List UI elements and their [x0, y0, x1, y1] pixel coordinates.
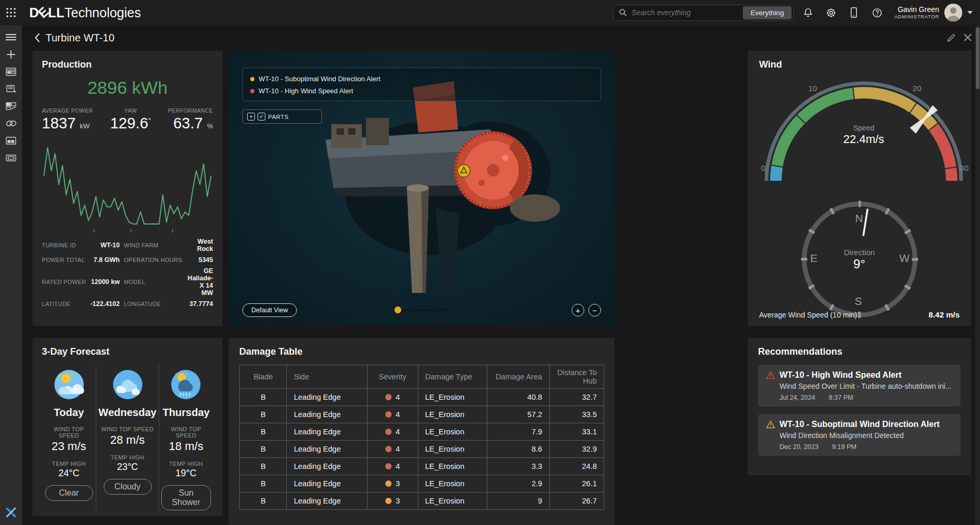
- gauge-tick-30: 30: [960, 163, 968, 172]
- gauge-label: Speed: [759, 124, 968, 132]
- search-input[interactable]: [627, 8, 741, 17]
- wind-speed-gauge: 0 10 20 30 Speed 22.4m/s: [759, 75, 968, 184]
- condition-pill[interactable]: Clear: [45, 485, 93, 501]
- mobile-device-icon[interactable]: [845, 4, 863, 21]
- back-chevron-icon[interactable]: [35, 33, 40, 42]
- menu-icon[interactable]: [0, 28, 22, 46]
- wind-title: Wind: [759, 59, 960, 70]
- turbine-3d-viewer[interactable]: WT-10 - Suboptimal Wind Direction Alert …: [229, 51, 615, 326]
- table-row[interactable]: B Leading Edge 4 LE_Erosion 57.2 33.5: [240, 406, 604, 423]
- search-scope-button[interactable]: Everything: [743, 6, 792, 19]
- table-row[interactable]: B Leading Edge 4 LE_Erosion 40.8 32.7: [240, 389, 604, 406]
- col-severity[interactable]: Severity: [367, 365, 418, 389]
- window-scrollbar[interactable]: [975, 25, 980, 525]
- col-damage-type[interactable]: Damage Type: [418, 365, 487, 389]
- severity-dot: [385, 463, 392, 469]
- compass-label: Direction: [794, 248, 926, 257]
- table-header-row: Blade Side Severity Damage Type Damage A…: [240, 365, 604, 389]
- page-header: Turbine WT-10: [22, 25, 980, 50]
- table-row[interactable]: B Leading Edge 4 LE_Erosion 8.6 32.9: [240, 441, 604, 458]
- page-title: Turbine WT-10: [46, 32, 115, 44]
- viewer-zoom-slider[interactable]: [394, 307, 449, 314]
- settings-gear-icon[interactable]: [822, 4, 840, 21]
- gauge-tick-0: 0: [761, 163, 765, 172]
- recommendation-item[interactable]: WT-10 - High Wind Speed Alert Wind Speed…: [758, 365, 961, 407]
- recommendations-title: Recommendations: [758, 346, 961, 357]
- forecast-day-thursday: Thursday WIND TOP SPEED 18 m/s TEMP HIGH…: [159, 365, 213, 510]
- turbine-details: TURBINE IDWT-10 WIND FARMWest Rock POWER…: [42, 238, 213, 308]
- alert-severity-dot: [250, 77, 254, 81]
- layout-widget-icon[interactable]: [0, 97, 22, 115]
- add-widget-icon[interactable]: [0, 46, 22, 63]
- parts-add-icon[interactable]: +: [247, 113, 255, 121]
- app-grid-icon[interactable]: [0, 7, 22, 18]
- hub-mount: [510, 194, 560, 222]
- wind-panel: Wind 0 10 20 30 Speed 22.4m/s N E W S Di…: [748, 51, 971, 326]
- severity-dot: [385, 411, 392, 418]
- recommendation-date: Jul 24, 2024: [779, 394, 815, 401]
- edit-pencil-icon[interactable]: [946, 34, 955, 42]
- close-icon[interactable]: [964, 34, 972, 42]
- warning-triangle-icon: [766, 420, 775, 429]
- production-total: 2896 kWh: [42, 78, 213, 98]
- damage-table: Blade Side Severity Damage Type Damage A…: [239, 365, 604, 510]
- gauge-value: 22.4m/s: [759, 133, 968, 146]
- notifications-bell-icon[interactable]: [799, 4, 817, 21]
- table-row[interactable]: B Leading Edge 4 LE_Erosion 3.3 24.8: [240, 458, 604, 475]
- forecast-day-today: Today WIND TOP SPEED 23 m/s TEMP HIGH 24…: [42, 365, 96, 510]
- user-menu-caret-icon[interactable]: [967, 11, 973, 14]
- search-bar: Everything: [613, 5, 794, 21]
- forecast-panel: 3-Day Forecast Today WIND TOP SPEED 23 m…: [32, 338, 222, 516]
- recommendation-time: 9:19 PM: [832, 443, 856, 451]
- link-icon[interactable]: [0, 115, 22, 132]
- user-avatar[interactable]: [944, 4, 962, 21]
- average-wind-speed-row: Average Wind Speed (10 min) 8.42 m/s: [759, 310, 960, 319]
- wind-direction-compass: N E W S Direction 9°: [794, 193, 926, 325]
- production-panel: Production 2896 kWh AVERAGE POWER 1837 k…: [32, 51, 222, 326]
- condition-pill[interactable]: Cloudy: [104, 479, 152, 495]
- card-widget-icon[interactable]: [0, 149, 22, 167]
- viewer-alert[interactable]: WT-10 - High Wind Speed Alert: [250, 85, 593, 97]
- recommendation-date: Dec 20, 2023: [779, 443, 818, 451]
- stat-yaw: YAW 129.6°: [110, 107, 151, 132]
- cloudy-icon: [111, 368, 144, 401]
- search-icon: [619, 8, 627, 17]
- recommendation-time: 9:37 PM: [829, 394, 853, 401]
- user-info: Gavin Green ADMINISTRATOR: [894, 5, 939, 19]
- severity-dot: [385, 498, 392, 504]
- production-title: Production: [42, 59, 213, 70]
- parts-check-icon[interactable]: ✓: [258, 113, 265, 121]
- panel-widget-icon[interactable]: [0, 132, 22, 149]
- default-view-button[interactable]: Default View: [242, 303, 297, 317]
- col-side[interactable]: Side: [287, 365, 367, 389]
- compass-needle: [863, 209, 867, 236]
- help-icon[interactable]: [868, 4, 886, 21]
- condition-pill[interactable]: Sun Shower: [161, 485, 211, 510]
- severity-dot: [385, 446, 392, 452]
- forecast-day-wednesday: Wednesday WIND TOP SPEED 28 m/s TEMP HIG…: [96, 365, 159, 510]
- dell-technologies-logo: DELL Technologies: [29, 5, 141, 20]
- recommendation-item[interactable]: WT-10 - Suboptimal Wind Direction Alert …: [758, 414, 961, 456]
- parts-toggle[interactable]: + ✓ PARTS: [242, 110, 322, 124]
- col-blade[interactable]: Blade: [240, 365, 287, 389]
- viewer-alert[interactable]: WT-10 - Suboptimal Wind Direction Alert: [250, 73, 593, 85]
- forecast-title: 3-Day Forecast: [42, 346, 213, 357]
- report-widget-icon[interactable]: [0, 80, 22, 97]
- table-row[interactable]: B Leading Edge 4 LE_Erosion 7.9 33.1: [240, 423, 604, 441]
- table-row[interactable]: B Leading Edge 3 LE_Erosion 9 26.7: [240, 493, 604, 510]
- table-row[interactable]: B Leading Edge 3 LE_Erosion 2.9 26.1: [240, 475, 604, 493]
- cardinal-s: S: [855, 295, 862, 308]
- scrollbar-thumb[interactable]: [976, 27, 979, 89]
- zoom-in-button[interactable]: +: [572, 304, 584, 316]
- col-distance-to-hub[interactable]: Distance To Hub: [549, 365, 604, 389]
- brand-x-logo[interactable]: [0, 504, 22, 521]
- compass-value: 9°: [794, 257, 926, 271]
- slider-thumb[interactable]: [394, 307, 401, 313]
- viewer-alert-list: WT-10 - Suboptimal Wind Direction Alert …: [242, 68, 601, 101]
- alert-severity-dot: [250, 89, 254, 93]
- severity-dot: [385, 394, 392, 400]
- dashboard-widget-icon[interactable]: [0, 63, 22, 80]
- zoom-out-button[interactable]: −: [588, 304, 601, 316]
- user-role: ADMINISTRATOR: [894, 14, 939, 20]
- col-damage-area[interactable]: Damage Area: [487, 365, 549, 389]
